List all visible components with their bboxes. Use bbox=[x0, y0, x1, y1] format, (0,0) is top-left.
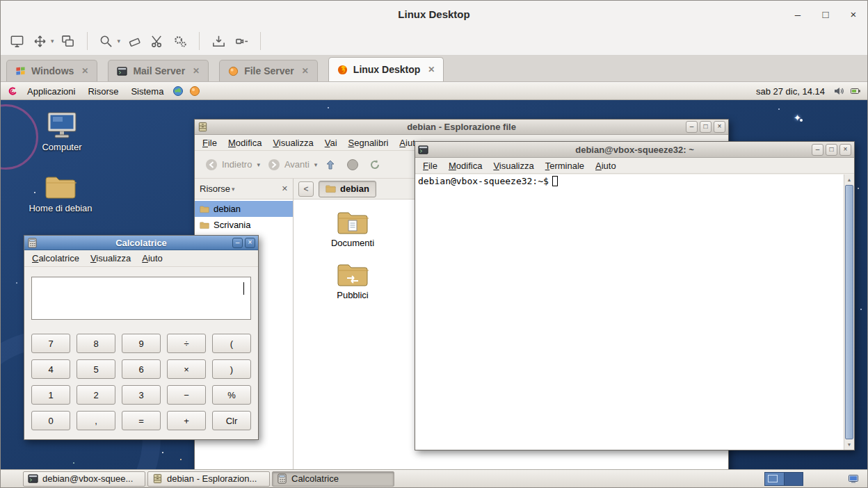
chevron-down-icon[interactable]: ▾ bbox=[118, 38, 121, 44]
key-comma[interactable]: , bbox=[77, 411, 115, 430]
browser-globe-icon[interactable] bbox=[170, 86, 186, 97]
app-maximize-button[interactable]: □ bbox=[820, 8, 831, 20]
sidebar-close-icon[interactable]: ✕ bbox=[282, 184, 288, 193]
up-button[interactable] bbox=[320, 154, 341, 175]
tab-close-icon[interactable]: ✕ bbox=[302, 66, 309, 76]
zoom-icon[interactable] bbox=[96, 31, 117, 51]
key-8[interactable]: 8 bbox=[77, 334, 115, 353]
menu-modifica[interactable]: Modifica bbox=[443, 160, 488, 172]
window-titlebar[interactable]: debian@vbox-squeeze32: ~ – □ × bbox=[415, 142, 854, 158]
menu-aiuto[interactable]: Aiuto bbox=[136, 252, 168, 264]
chevron-down-icon[interactable]: ▾ bbox=[257, 161, 260, 168]
app-minimize-button[interactable]: – bbox=[792, 8, 803, 20]
key-open-paren[interactable]: ( bbox=[212, 334, 251, 353]
scroll-down-icon[interactable]: ▼ bbox=[844, 440, 854, 449]
settings-gears-icon[interactable] bbox=[170, 31, 191, 51]
connect-icon[interactable] bbox=[231, 31, 252, 51]
menu-modifica[interactable]: Modifica bbox=[223, 137, 267, 149]
maximize-button[interactable]: □ bbox=[700, 121, 712, 133]
menu-applicazioni[interactable]: Applicazioni bbox=[21, 83, 81, 100]
scroll-up-icon[interactable]: ▲ bbox=[844, 175, 854, 184]
menu-file[interactable]: File bbox=[417, 160, 443, 172]
close-button[interactable]: × bbox=[245, 238, 255, 248]
taskbar-item-terminal[interactable]: debian@vbox-squee... bbox=[23, 471, 145, 487]
desktop[interactable]: ✦ ✦ Computer Home di debian debian - Esp… bbox=[1, 100, 867, 472]
key-2[interactable]: 2 bbox=[77, 385, 115, 405]
menu-vai[interactable]: Vai bbox=[319, 137, 343, 149]
sidebar-item-debian[interactable]: debian bbox=[195, 201, 293, 217]
menu-segnalibri[interactable]: Segnalibri bbox=[343, 137, 394, 149]
taskbar-item-calculator[interactable]: Calcolatrice bbox=[272, 471, 394, 487]
key-plus[interactable]: + bbox=[167, 411, 206, 430]
scrollbar[interactable]: ▲ ▼ bbox=[844, 174, 854, 450]
key-equals[interactable]: = bbox=[122, 411, 161, 430]
tab-mail-server[interactable]: Mail Server ✕ bbox=[108, 60, 209, 81]
key-clear[interactable]: Clr bbox=[212, 411, 251, 430]
tab-close-icon[interactable]: ✕ bbox=[193, 66, 200, 76]
tab-close-icon[interactable]: ✕ bbox=[81, 66, 88, 76]
volume-icon[interactable] bbox=[830, 86, 847, 97]
pan-tool-icon[interactable] bbox=[29, 31, 50, 51]
menu-calcolatrice[interactable]: Calcolatrice bbox=[26, 252, 85, 264]
calculator-display[interactable] bbox=[31, 277, 251, 320]
taskbar-item-file-manager[interactable]: debian - Esplorazion... bbox=[147, 471, 270, 487]
menu-visualizza[interactable]: Visualizza bbox=[267, 137, 319, 149]
show-desktop-icon[interactable] bbox=[848, 473, 859, 485]
workspace-switcher[interactable] bbox=[764, 472, 803, 486]
sidebar-header[interactable]: Risorse ▾ ✕ bbox=[195, 179, 294, 199]
app-close-button[interactable]: × bbox=[848, 8, 859, 20]
stop-button[interactable] bbox=[342, 154, 363, 175]
key-divide[interactable]: ÷ bbox=[167, 334, 206, 353]
desktop-icon-computer[interactable]: Computer bbox=[29, 111, 95, 152]
menu-aiuto[interactable]: Aiuto bbox=[590, 160, 622, 172]
maximize-button[interactable]: □ bbox=[826, 144, 837, 156]
key-3[interactable]: 3 bbox=[122, 385, 161, 405]
tab-windows[interactable]: Windows ✕ bbox=[6, 60, 97, 81]
back-button[interactable]: Indietro bbox=[200, 156, 257, 173]
tab-linux-desktop[interactable]: Linux Desktop ✕ bbox=[328, 57, 444, 81]
key-0[interactable]: 0 bbox=[31, 411, 70, 430]
scrollbar-thumb[interactable] bbox=[845, 185, 853, 439]
folder-item-documenti[interactable]: Documenti bbox=[318, 209, 387, 248]
minimize-button[interactable]: – bbox=[812, 144, 823, 156]
key-4[interactable]: 4 bbox=[31, 359, 70, 379]
terminal-screen[interactable]: debian@vbox-squeeze32:~$ ▲ ▼ bbox=[415, 174, 854, 450]
workspace-1[interactable] bbox=[765, 473, 784, 485]
console-icon[interactable] bbox=[6, 31, 27, 51]
key-multiply[interactable]: × bbox=[167, 359, 206, 379]
menu-visualizza[interactable]: Visualizza bbox=[85, 252, 136, 264]
key-1[interactable]: 1 bbox=[31, 385, 70, 405]
tab-file-server[interactable]: File Server ✕ bbox=[219, 60, 318, 81]
chevron-down-icon[interactable]: ▾ bbox=[314, 161, 318, 168]
minimize-button[interactable]: – bbox=[686, 121, 698, 133]
scissors-icon[interactable] bbox=[147, 31, 168, 51]
key-minus[interactable]: − bbox=[167, 385, 206, 405]
menu-visualizza[interactable]: Visualizza bbox=[488, 160, 539, 172]
window-titlebar[interactable]: debian - Esplorazione file – □ × bbox=[195, 120, 728, 135]
desktop-icon-home[interactable]: Home di debian bbox=[27, 174, 94, 213]
panel-clock[interactable]: sab 27 dic, 14.14 bbox=[750, 86, 830, 97]
sidebar-item-scrivania[interactable]: Scrivania bbox=[195, 217, 293, 233]
workspace-2[interactable] bbox=[784, 473, 803, 485]
chevron-down-icon[interactable]: ▾ bbox=[51, 38, 54, 44]
menu-file[interactable]: File bbox=[197, 137, 223, 149]
key-5[interactable]: 5 bbox=[77, 359, 115, 379]
folder-item-pubblici[interactable]: Pubblici bbox=[318, 261, 387, 300]
menu-sistema[interactable]: Sistema bbox=[124, 83, 170, 100]
path-scroll-left-button[interactable]: < bbox=[298, 181, 314, 197]
import-icon[interactable] bbox=[208, 31, 229, 51]
close-button[interactable]: × bbox=[839, 144, 851, 156]
reload-button[interactable] bbox=[364, 154, 385, 175]
path-button-debian[interactable]: debian bbox=[319, 181, 376, 197]
close-button[interactable]: × bbox=[714, 121, 725, 133]
key-6[interactable]: 6 bbox=[122, 359, 161, 379]
key-7[interactable]: 7 bbox=[31, 334, 70, 353]
duplicate-view-icon[interactable] bbox=[58, 31, 79, 51]
window-titlebar[interactable]: Calcolatrice – × bbox=[24, 236, 258, 250]
key-9[interactable]: 9 bbox=[122, 334, 161, 353]
tab-close-icon[interactable]: ✕ bbox=[428, 65, 435, 74]
key-close-paren[interactable]: ) bbox=[212, 359, 251, 379]
key-percent[interactable]: % bbox=[212, 385, 251, 405]
menu-terminale[interactable]: Terminale bbox=[540, 160, 590, 172]
menu-risorse[interactable]: Risorse bbox=[81, 83, 124, 100]
